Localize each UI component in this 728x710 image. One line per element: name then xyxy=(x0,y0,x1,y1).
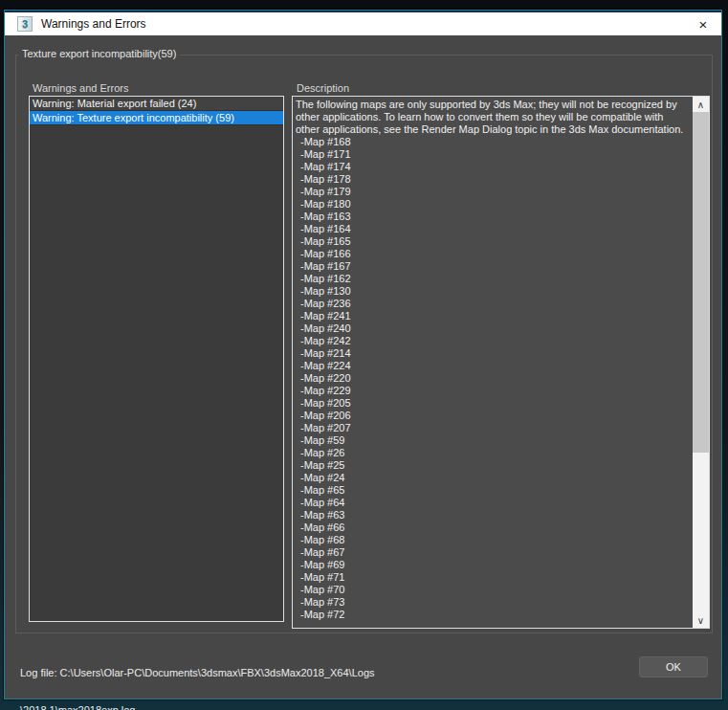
map-entry: -Map #66 xyxy=(296,521,690,534)
scroll-up-button[interactable]: ∧ xyxy=(693,97,709,112)
map-entry: -Map #71 xyxy=(296,571,690,584)
map-entry: -Map #65 xyxy=(296,484,690,497)
map-entry: -Map #180 xyxy=(296,198,690,211)
map-entry: -Map #72 xyxy=(296,609,690,621)
map-entry: -Map #168 xyxy=(296,136,690,148)
map-entry: -Map #64 xyxy=(296,497,690,509)
map-entry: -Map #25 xyxy=(296,459,690,472)
dialog-body: Texture export incompatibility(59) Warni… xyxy=(5,35,721,699)
map-entry: -Map #165 xyxy=(296,235,690,248)
close-icon: × xyxy=(699,16,708,33)
map-entry: -Map #206 xyxy=(296,410,690,422)
scroll-down-button[interactable]: ∨ xyxy=(693,612,709,628)
map-entry: -Map #63 xyxy=(296,509,690,521)
warning-list-item[interactable]: Warning: Material export failed (24) xyxy=(30,97,283,111)
title-bar[interactable]: 3 Warnings and Errors × xyxy=(5,11,721,35)
warnings-and-errors-dialog: 3 Warnings and Errors × Texture export i… xyxy=(4,10,722,699)
map-entry: -Map #229 xyxy=(296,385,690,397)
ok-button[interactable]: OK xyxy=(639,656,708,677)
map-entry: -Map #207 xyxy=(296,422,690,434)
close-button[interactable]: × xyxy=(689,12,717,35)
log-line-1: Log file: C:\Users\Olar-PC\Documents\3ds… xyxy=(20,667,375,679)
chevron-down-icon: ∨ xyxy=(697,615,704,626)
window-title: Warnings and Errors xyxy=(41,17,146,31)
map-entry: -Map #242 xyxy=(296,335,690,347)
log-file-path: Log file: C:\Users\Olar-PC\Documents\3ds… xyxy=(20,642,375,710)
3ds-max-icon: 3 xyxy=(17,16,33,32)
description-panel-label: Description xyxy=(297,82,349,94)
map-entry: -Map #205 xyxy=(296,397,690,410)
map-list: -Map #168-Map #171-Map #174-Map #178-Map… xyxy=(296,136,690,621)
map-entry: -Map #174 xyxy=(296,161,690,173)
map-entry: -Map #67 xyxy=(296,546,690,559)
map-entry: -Map #240 xyxy=(296,322,690,335)
map-entry: -Map #178 xyxy=(296,173,690,186)
map-entry: -Map #73 xyxy=(296,596,690,609)
map-entry: -Map #236 xyxy=(296,298,690,310)
map-entry: -Map #241 xyxy=(296,310,690,322)
map-entry: -Map #179 xyxy=(296,186,690,198)
map-entry: -Map #26 xyxy=(296,447,690,459)
log-line-2: \2018.1\max2018exp.log xyxy=(20,704,375,710)
chevron-up-icon: ∧ xyxy=(697,100,704,110)
map-entry: -Map #220 xyxy=(296,372,690,385)
map-entry: -Map #162 xyxy=(296,273,690,285)
map-entry: -Map #166 xyxy=(296,248,690,260)
map-entry: -Map #163 xyxy=(296,211,690,223)
map-entry: -Map #70 xyxy=(296,584,690,596)
description-scrollbar[interactable]: ∧ ∨ xyxy=(693,97,709,628)
warnings-panel-label: Warnings and Errors xyxy=(33,82,128,94)
warnings-list[interactable]: Warning: Material export failed (24)Warn… xyxy=(29,96,284,622)
map-entry: -Map #167 xyxy=(296,260,690,273)
map-entry: -Map #130 xyxy=(296,285,690,298)
group-title: Texture export incompatibility(59) xyxy=(18,48,180,59)
warning-list-item[interactable]: Warning: Texture export incompatibility … xyxy=(30,111,283,125)
map-entry: -Map #59 xyxy=(296,434,690,447)
map-entry: -Map #214 xyxy=(296,347,690,360)
description-box: The following maps are only supported by… xyxy=(292,96,710,629)
map-entry: -Map #24 xyxy=(296,472,690,484)
scrollbar-thumb[interactable] xyxy=(693,112,709,453)
description-text: The following maps are only supported by… xyxy=(293,97,693,628)
map-entry: -Map #164 xyxy=(296,223,690,235)
map-entry: -Map #171 xyxy=(296,148,690,161)
map-entry: -Map #224 xyxy=(296,360,690,372)
map-entry: -Map #68 xyxy=(296,534,690,546)
map-entry: -Map #69 xyxy=(296,559,690,571)
description-intro: The following maps are only supported by… xyxy=(296,99,690,136)
